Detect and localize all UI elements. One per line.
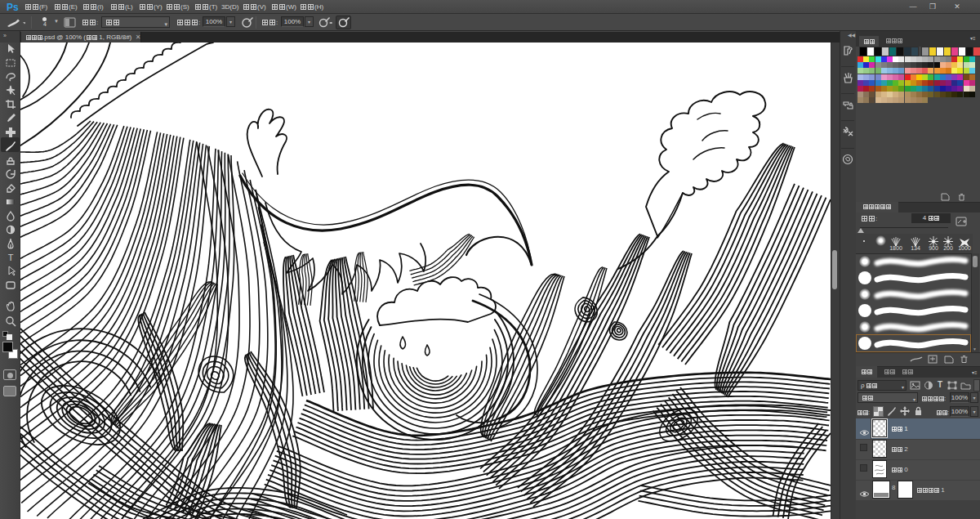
svg-text:T: T	[7, 253, 13, 262]
